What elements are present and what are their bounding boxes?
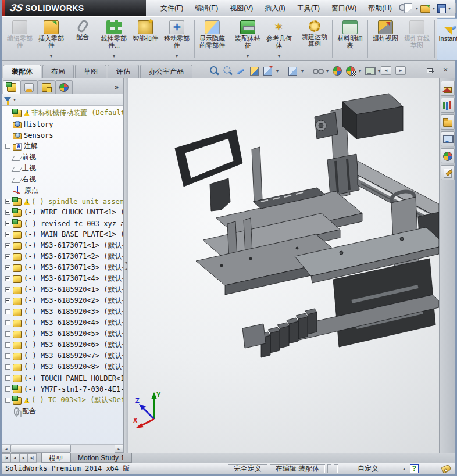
zoom-to-fit-icon[interactable]: [209, 66, 220, 76]
expand-toggle[interactable]: [5, 331, 13, 337]
doc-minimize-icon[interactable]: –: [410, 66, 420, 75]
tree-item[interactable]: (-) MS3-6185920<7> (默认<<: [5, 350, 123, 362]
tree-item[interactable]: (-) MS3-6185920<6> (默认<<: [5, 339, 123, 350]
file-explorer-button[interactable]: [441, 114, 455, 130]
expand-toggle[interactable]: [5, 287, 13, 292]
tag-icon[interactable]: [441, 464, 451, 473]
chevron-down-icon[interactable]: ▾: [50, 54, 52, 59]
menu-item[interactable]: 工具(T): [292, 2, 325, 15]
zoom-to-area-icon[interactable]: [222, 66, 233, 76]
tree-item[interactable]: (-) MS3-6173071<4> (默认<<: [5, 273, 123, 284]
tab-property-manager[interactable]: [20, 80, 38, 94]
tab-nav-button[interactable]: ◂: [10, 453, 19, 463]
span-right-icon[interactable]: ▸: [395, 66, 406, 75]
doc-close-icon[interactable]: ×: [440, 66, 451, 75]
menu-item[interactable]: 插入(I): [259, 2, 290, 15]
tree-item[interactable]: 前视: [5, 152, 123, 163]
resources-button[interactable]: [441, 81, 455, 96]
tree-item[interactable]: (-) MS3-6185920<8> (默认<<: [5, 362, 123, 373]
tree-item[interactable]: 原点: [5, 185, 123, 196]
custom-expand-arrow[interactable]: ▴: [403, 466, 405, 471]
open-icon[interactable]: [420, 5, 430, 13]
expand-toggle[interactable]: [5, 254, 13, 259]
design-library-button[interactable]: [441, 98, 455, 113]
tab-nav-button[interactable]: |◂: [2, 453, 10, 463]
quick-tips-icon[interactable]: ?: [410, 464, 419, 473]
display-style-dropdown[interactable]: ▾: [301, 69, 304, 74]
command-tab[interactable]: 装配体: [3, 65, 41, 78]
expand-toggle[interactable]: [5, 364, 13, 370]
tree-item[interactable]: (-) MS3-6185920<4> (默认<<: [5, 317, 123, 328]
tree-item[interactable]: 注解: [5, 141, 123, 152]
display-style-icon[interactable]: [287, 66, 298, 76]
command-tab[interactable]: 办公室产品: [140, 65, 192, 78]
span-left-icon[interactable]: ◂: [381, 66, 391, 75]
expand-toggle[interactable]: [5, 342, 13, 348]
expand-toggle[interactable]: [5, 298, 13, 303]
tree-item[interactable]: (-) TC-003<1> (默认<Def: [5, 395, 123, 406]
new-document-icon[interactable]: [404, 3, 412, 13]
tab-nav-button[interactable]: ▸|: [28, 453, 37, 463]
open-dropdown-arrow[interactable]: ▾: [433, 6, 435, 11]
filter-dropdown-arrow[interactable]: ▾: [13, 97, 16, 102]
appearances-button[interactable]: [441, 148, 455, 163]
view-palette-button[interactable]: [441, 131, 455, 146]
tree-item[interactable]: (-) MS3-6185920<5> (默认<<: [5, 328, 123, 339]
menu-item[interactable]: 文件(F): [155, 2, 188, 15]
tree-item[interactable]: (-) YM7F-stn1-7-030-4E1-CPS: [5, 384, 123, 395]
ribbon-button[interactable]: 爆炸视图 ▾: [370, 18, 401, 60]
expand-toggle[interactable]: [5, 375, 13, 381]
tree-item[interactable]: (-) spindle unit assembl: [5, 196, 123, 207]
hide-show-items-icon[interactable]: [312, 66, 323, 76]
tree-item[interactable]: (-) MS3-6185920<2> (默认<<: [5, 295, 123, 306]
expand-toggle[interactable]: [5, 232, 13, 237]
chevron-down-icon[interactable]: ▾: [113, 54, 115, 59]
expand-toggle[interactable]: [5, 309, 13, 314]
ribbon-button[interactable]: 编辑零部件 ▾: [4, 18, 35, 60]
view-settings-dropdown[interactable]: ▾: [378, 69, 380, 74]
menu-item[interactable]: 帮助(H): [363, 2, 397, 15]
ribbon-button[interactable]: 移动零部件 ▾: [161, 18, 192, 60]
scroll-right-arrow[interactable]: ▸: [115, 445, 123, 453]
expand-toggle[interactable]: [5, 265, 13, 270]
apply-scene-icon[interactable]: [345, 66, 356, 76]
tree-item[interactable]: (-) MS3-6185920<3> (默认<<: [5, 306, 123, 317]
tree-item[interactable]: (-) TOUCH PANEL HOLDER<1>: [5, 373, 123, 384]
view-orientation-dropdown[interactable]: ▾: [276, 69, 279, 74]
command-tab[interactable]: 布局: [42, 65, 74, 78]
model-tab[interactable]: 模型: [41, 453, 70, 463]
tree-item[interactable]: (-) MS3-6173071<1> (默认<<: [5, 240, 123, 251]
menu-item[interactable]: 窗口(W): [326, 2, 362, 15]
tab-display-manager[interactable]: [55, 80, 73, 94]
expand-toggle[interactable]: [5, 144, 13, 149]
ribbon-button[interactable]: 装配体特征 ▾: [232, 18, 263, 60]
tree-filter-bar[interactable]: ▾: [2, 94, 123, 106]
ribbon-button[interactable]: 显示隐藏的零部件 ▾: [197, 18, 228, 60]
graphics-viewport[interactable]: Y Z X: [128, 78, 439, 453]
doc-restore-icon[interactable]: [424, 66, 436, 75]
previous-view-icon[interactable]: [235, 66, 247, 76]
expand-toggle[interactable]: [5, 276, 13, 281]
tree-item[interactable]: (-) MS3-6173071<2> (默认<<: [5, 251, 123, 262]
tree-item[interactable]: (-) revised tc-003 xyz assy: [5, 218, 123, 229]
custom-properties-button[interactable]: [441, 165, 455, 180]
scrollbar-thumb[interactable]: [10, 445, 71, 453]
tree-item[interactable]: (-) WIRE CHUCK UNIT<1> (默: [5, 207, 123, 218]
status-custom[interactable]: 自定义: [340, 464, 396, 473]
expand-toggle[interactable]: [5, 243, 13, 248]
expand-toggle[interactable]: [5, 320, 13, 325]
tree-item[interactable]: 右视: [5, 174, 123, 185]
ribbon-button[interactable]: 线性零部件... ▾: [98, 18, 130, 60]
splitter-collapse-arrow[interactable]: ◂: [124, 260, 127, 265]
tree-item[interactable]: History: [5, 119, 123, 130]
save-icon[interactable]: [437, 4, 446, 13]
ribbon-button[interactable]: Instant3D ▾: [437, 18, 457, 60]
model-tab[interactable]: Motion Study 1: [70, 453, 132, 463]
ribbon-button[interactable]: 插入零部件 ▾: [35, 18, 67, 60]
chevron-down-icon[interactable]: ▾: [278, 54, 280, 59]
panel-overflow-chevron[interactable]: »: [111, 83, 122, 91]
view-orientation-icon[interactable]: [262, 66, 273, 76]
chevron-down-icon[interactable]: ▾: [247, 54, 249, 59]
command-tab[interactable]: 评估: [108, 65, 139, 78]
edit-appearance-icon[interactable]: [331, 66, 342, 76]
